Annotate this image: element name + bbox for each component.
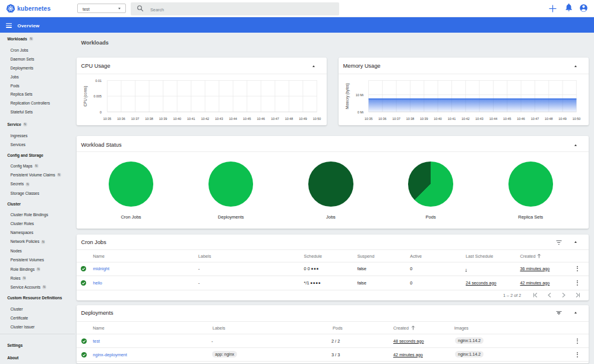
svg-text:10:40: 10:40 (173, 117, 181, 121)
svg-text:10:42: 10:42 (462, 117, 470, 121)
svg-text:10:36: 10:36 (117, 117, 125, 121)
svg-text:10:38: 10:38 (145, 117, 153, 121)
svg-text:10:35: 10:35 (365, 117, 373, 121)
svg-text:0: 0 (100, 110, 102, 114)
svg-text:10:38: 10:38 (406, 117, 415, 121)
svg-text:10:44: 10:44 (229, 117, 238, 121)
svg-text:10:39: 10:39 (420, 117, 428, 121)
svg-text:0.005: 0.005 (94, 94, 102, 98)
svg-text:10:49: 10:49 (299, 117, 307, 121)
svg-text:10:48: 10:48 (285, 117, 293, 121)
svg-text:10:46: 10:46 (517, 117, 525, 121)
svg-text:Memory (bytes): Memory (bytes) (345, 83, 350, 109)
svg-text:10:45: 10:45 (243, 117, 251, 121)
svg-text:10:41: 10:41 (187, 117, 195, 121)
svg-text:10:37: 10:37 (392, 117, 400, 121)
svg-text:10:44: 10:44 (489, 117, 498, 121)
svg-text:10:49: 10:49 (558, 117, 567, 121)
svg-text:10:45: 10:45 (503, 117, 511, 121)
svg-text:10 Mi: 10 Mi (356, 93, 364, 97)
svg-text:10:47: 10:47 (271, 117, 279, 121)
svg-text:10:48: 10:48 (545, 117, 553, 121)
svg-text:10:42: 10:42 (201, 117, 209, 121)
svg-text:10:36: 10:36 (378, 117, 387, 121)
svg-text:10:43: 10:43 (215, 117, 223, 121)
svg-text:0.01: 0.01 (96, 79, 102, 83)
svg-text:10:37: 10:37 (131, 117, 140, 121)
svg-text:10:43: 10:43 (475, 117, 484, 121)
svg-text:10:50: 10:50 (573, 117, 581, 121)
svg-text:10:39: 10:39 (159, 117, 168, 121)
svg-text:10:50: 10:50 (313, 117, 321, 121)
svg-text:10:40: 10:40 (434, 117, 442, 121)
svg-text:10:41: 10:41 (448, 117, 456, 121)
svg-text:0 Mi: 0 Mi (358, 110, 364, 114)
svg-text:10:46: 10:46 (257, 117, 266, 121)
svg-text:10:35: 10:35 (103, 117, 112, 121)
svg-text:10:47: 10:47 (531, 117, 539, 121)
svg-text:CPU (cores): CPU (cores) (83, 86, 88, 107)
